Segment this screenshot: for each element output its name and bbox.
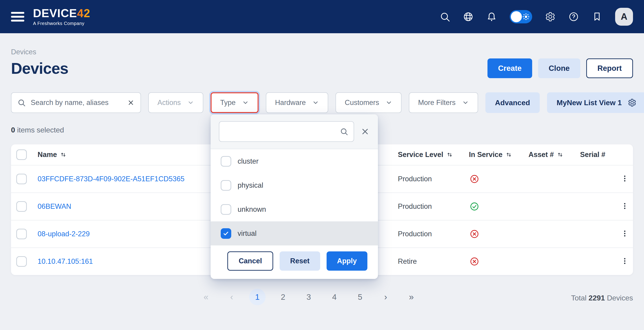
page-button-3[interactable]: 3 [300,289,317,305]
checkbox[interactable] [221,204,231,215]
type-option-unknown[interactable]: unknown [210,197,378,222]
filter-bar: Actions Type [11,92,633,113]
advanced-button[interactable]: Advanced [486,92,540,113]
column-label: Asset # [528,150,554,159]
prev-page-button[interactable]: ‹ [224,289,240,305]
hardware-label: Hardware [275,98,306,107]
row-checkbox[interactable] [16,201,27,212]
checkbox[interactable] [221,180,231,191]
total-suffix: Devices [607,294,633,302]
column-label: Service Level [398,150,443,159]
option-label: unknown [238,205,266,214]
toggle-knob [511,11,522,22]
pagination: « ‹ 1 2 3 4 5 › » [198,289,420,305]
service-level-value: Production [392,175,463,183]
more-filters-dropdown[interactable]: More Filters [409,92,478,113]
logo-subtitle: A Freshworks Company [33,21,90,26]
row-menu-icon[interactable] [619,173,630,185]
bookmark-icon[interactable] [592,12,602,22]
row-menu-icon[interactable] [619,228,630,240]
main-content: Devices Devices Create Clone Report A [0,48,644,307]
next-page-button[interactable]: › [378,289,394,305]
sort-icon [60,152,66,158]
column-label: Serial # [580,150,605,159]
clone-button[interactable]: Clone [538,58,580,78]
close-icon[interactable] [360,127,370,136]
bell-icon[interactable] [486,12,497,22]
more-filters-label: More Filters [418,98,456,107]
title-row: Devices Create Clone Report [11,58,633,78]
top-navbar: DEVICE42 A Freshworks Company [0,0,644,33]
type-label: Type [220,98,236,107]
service-level-value: Production [392,202,463,210]
page-button-1[interactable]: 1 [249,289,266,305]
page-button-5[interactable]: 5 [352,289,368,305]
chevron-down-icon [386,99,392,106]
avatar-initial: A [621,12,628,22]
hardware-dropdown[interactable]: Hardware [266,92,328,113]
sun-icon [522,12,530,21]
last-page-button[interactable]: » [403,289,420,305]
in-service-yes-icon [463,202,522,212]
page-button-2[interactable]: 2 [275,289,291,305]
gear-icon[interactable] [545,12,556,22]
theme-toggle[interactable] [510,10,532,24]
total-devices: Total 2291 Devices [571,294,633,302]
list-view-label: MyNew List View 1 [557,98,622,107]
type-filter-wrap: Type [210,92,258,113]
customers-label: Customers [345,98,379,107]
column-header-asset[interactable]: Asset # [522,150,574,159]
type-option-cluster[interactable]: cluster [210,149,378,173]
service-level-value: Production [392,230,463,238]
list-view-button[interactable]: MyNew List View 1 [547,92,644,113]
checkbox-checked[interactable] [221,228,231,239]
column-label: In Service [469,150,502,159]
total-prefix: Total [571,294,587,302]
row-menu-icon[interactable] [619,255,630,268]
page-button-4[interactable]: 4 [326,289,343,305]
create-button[interactable]: Create [488,58,532,78]
search-icon [340,128,348,136]
apply-button[interactable]: Apply [326,252,368,271]
type-dropdown-button[interactable]: Type [210,92,258,113]
chevron-down-icon [187,99,194,106]
clear-search-icon[interactable] [127,99,134,106]
logo-accent: 42 [77,8,90,19]
chevron-down-icon [242,99,249,106]
app-logo[interactable]: DEVICE42 A Freshworks Company [33,8,90,26]
search-input[interactable] [30,98,122,107]
first-page-button[interactable]: « [198,289,214,305]
row-checkbox[interactable] [16,174,27,184]
chevron-down-icon [462,99,469,106]
selection-count: 0 [11,126,15,134]
cancel-button[interactable]: Cancel [227,252,273,271]
topbar-actions: A [440,8,633,26]
globe-icon[interactable] [463,12,474,22]
menu-icon[interactable] [11,12,24,22]
customers-dropdown[interactable]: Customers [336,92,402,113]
help-icon[interactable] [568,12,579,22]
column-header-in-service[interactable]: In Service [463,150,522,159]
type-option-virtual[interactable]: virtual [210,222,378,246]
breadcrumb: Devices [11,48,633,56]
gear-icon[interactable] [628,98,636,107]
avatar[interactable]: A [615,8,633,26]
report-button[interactable]: Report [586,58,633,78]
search-icon[interactable] [440,12,450,22]
reset-button[interactable]: Reset [280,252,320,271]
title-actions: Create Clone Report [488,58,633,78]
select-all-checkbox[interactable] [16,150,27,160]
chevron-down-icon [312,99,319,106]
type-filter-search-box [219,121,354,142]
row-menu-icon[interactable] [619,200,630,213]
row-checkbox[interactable] [16,256,27,267]
type-filter-search-input[interactable] [225,127,336,136]
column-header-service-level[interactable]: Service Level [392,150,463,159]
logo-text: DEVICE [33,8,77,19]
row-checkbox[interactable] [16,229,27,239]
device-search-box [11,92,141,113]
type-option-physical[interactable]: physical [210,173,378,197]
checkbox[interactable] [221,156,231,166]
actions-dropdown[interactable]: Actions [148,92,203,113]
option-label: virtual [238,230,257,238]
